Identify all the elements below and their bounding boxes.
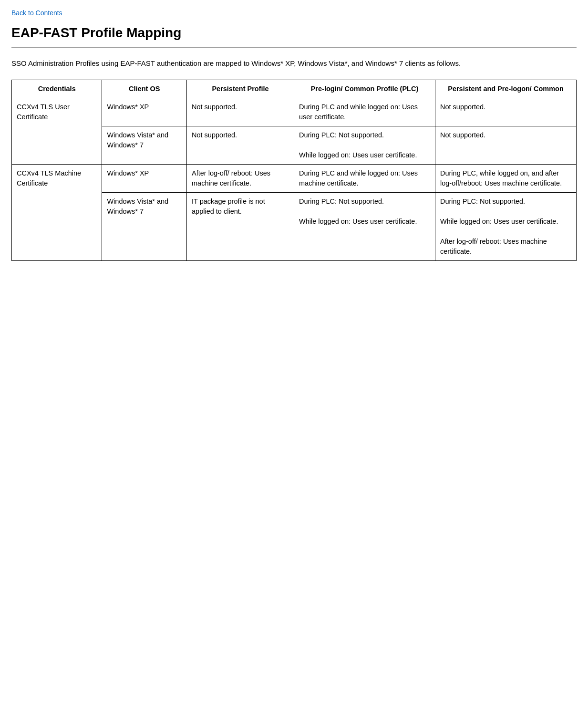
header-client-os: Client OS (102, 80, 187, 98)
cell-client-os: Windows* XP (102, 164, 187, 192)
title-divider (11, 47, 577, 48)
cell-persistent-prelogon: During PLC, while logged on, and after l… (435, 164, 576, 192)
mapping-table: Credentials Client OS Persistent Profile… (11, 80, 577, 261)
cell-plc: During PLC: Not supported.While logged o… (294, 192, 435, 260)
table-header-row: Credentials Client OS Persistent Profile… (12, 80, 577, 98)
cell-client-os: Windows* XP (102, 98, 187, 126)
cell-plc: During PLC and while logged on: Uses mac… (294, 164, 435, 192)
intro-text: SSO Administration Profiles using EAP-FA… (11, 58, 577, 69)
table-body: CCXv4 TLS User CertificateWindows* XPNot… (12, 98, 577, 260)
cell-persistent-prelogon: Not supported. (435, 98, 576, 126)
table-row: CCXv4 TLS User CertificateWindows* XPNot… (12, 98, 577, 126)
cell-plc: During PLC: Not supported.While logged o… (294, 126, 435, 164)
header-persistent-profile: Persistent Profile (187, 80, 294, 98)
table-row: CCXv4 TLS Machine CertificateWindows* XP… (12, 164, 577, 192)
page-title: EAP-FAST Profile Mapping (11, 25, 577, 41)
header-plc: Pre-login/ Common Profile (PLC) (294, 80, 435, 98)
cell-persistent-profile: After log-off/ reboot: Uses machine cert… (187, 164, 294, 192)
cell-client-os: Windows Vista* and Windows* 7 (102, 192, 187, 260)
cell-persistent-profile: IT package profile is not applied to cli… (187, 192, 294, 260)
header-credentials: Credentials (12, 80, 102, 98)
header-persistent-prelogon: Persistent and Pre-logon/ Common (435, 80, 576, 98)
cell-client-os: Windows Vista* and Windows* 7 (102, 126, 187, 164)
back-to-contents-link[interactable]: Back to Contents (11, 9, 62, 17)
cell-persistent-profile: Not supported. (187, 126, 294, 164)
cell-plc: During PLC and while logged on: Uses use… (294, 98, 435, 126)
cell-credentials-2: CCXv4 TLS Machine Certificate (12, 164, 102, 260)
cell-persistent-prelogon: Not supported. (435, 126, 576, 164)
cell-credentials-1: CCXv4 TLS User Certificate (12, 98, 102, 164)
cell-persistent-prelogon: During PLC: Not supported.While logged o… (435, 192, 576, 260)
cell-persistent-profile: Not supported. (187, 98, 294, 126)
